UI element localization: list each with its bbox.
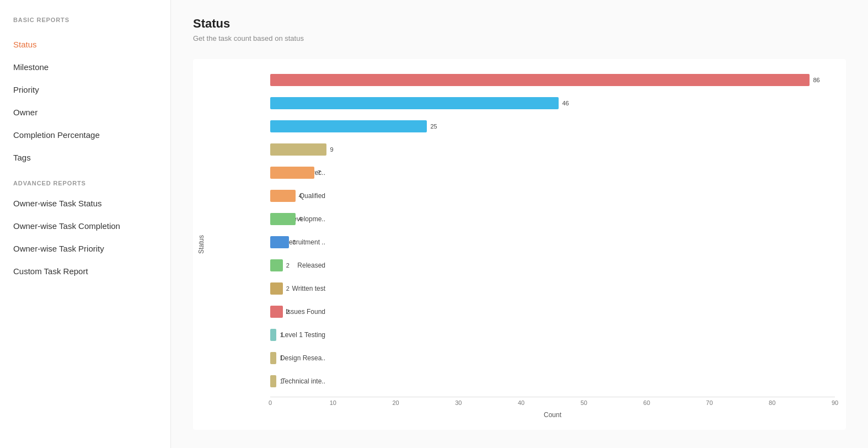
chart-inner: Status Closed86Open46New25In Progress9Ca… [193, 70, 835, 419]
bar-fill [270, 329, 276, 341]
bar-row: In Progress9 [270, 140, 835, 159]
bar-value: 4 [299, 193, 302, 199]
sidebar-item-custom-task-report[interactable]: Custom Task Report [0, 260, 170, 282]
sidebar-item-milestone[interactable]: Milestone [0, 56, 170, 78]
bar-row: Level 1 Testing1 [270, 325, 835, 345]
bar-fill [270, 190, 296, 202]
bar-fill [270, 282, 283, 295]
sidebar-item-tags[interactable]: Tags [0, 146, 170, 169]
x-tick: 30 [455, 399, 462, 406]
bar-fill [270, 259, 283, 271]
bar-value: 86 [813, 77, 819, 83]
x-axis-label: Count [210, 411, 835, 419]
bar-row: Open46 [270, 93, 835, 113]
bar-value: 7 [318, 169, 321, 176]
x-tick: 10 [330, 399, 336, 406]
bar-fill [270, 143, 326, 156]
x-tick: 40 [518, 399, 524, 406]
page-title: Status [193, 17, 846, 31]
bar-value: 1 [280, 378, 283, 385]
bar-value: 2 [286, 285, 290, 292]
bar-track: 7 [270, 163, 835, 183]
bar-row: Written test2 [270, 279, 835, 298]
bar-track: 4 [270, 209, 835, 229]
bar-track: 1 [270, 348, 835, 368]
bar-track: 1 [270, 371, 835, 391]
bar-fill [270, 120, 427, 132]
bar-row: Issues Found2 [270, 302, 835, 322]
bar-value: 3 [292, 239, 296, 246]
sidebar-item-priority[interactable]: Priority [0, 78, 170, 101]
bar-value: 2 [286, 262, 290, 269]
bar-track: 9 [270, 140, 835, 159]
bar-value: 2 [286, 308, 290, 315]
bar-row: In Developme..4 [270, 209, 835, 229]
x-axis-area: 0102030405060708090 [210, 397, 835, 408]
chart-body: Closed86Open46New25In Progress9Candidate… [210, 70, 835, 419]
bar-track: 4 [270, 186, 835, 206]
x-axis-ticks: 0102030405060708090 [270, 397, 835, 408]
bar-value: 1 [280, 355, 283, 361]
bar-track: 46 [270, 93, 835, 113]
bar-fill [270, 352, 276, 364]
bar-row: Closed86 [270, 70, 835, 90]
sidebar-item-owner-task-completion[interactable]: Owner-wise Task Completion [0, 215, 170, 237]
sidebar-item-completion-percentage[interactable]: Completion Percentage [0, 124, 170, 146]
page-subtitle: Get the task count based on status [193, 34, 846, 42]
sidebar-item-owner[interactable]: Owner [0, 101, 170, 124]
bar-track: 86 [270, 70, 835, 90]
bar-row: Qualified4 [270, 186, 835, 206]
bars-area: Closed86Open46New25In Progress9Candidate… [210, 70, 835, 394]
bar-row: Released2 [270, 255, 835, 275]
x-tick: 70 [706, 399, 712, 406]
bar-value: 1 [280, 332, 283, 338]
bar-row: Technical inte..1 [270, 371, 835, 391]
bar-row: New25 [270, 116, 835, 136]
bar-fill [270, 236, 289, 248]
x-tick: 0 [269, 399, 272, 406]
bar-track: 1 [270, 325, 835, 345]
bar-track: 2 [270, 279, 835, 298]
bar-value: 9 [330, 146, 333, 153]
x-tick: 80 [769, 399, 775, 406]
bar-track: 25 [270, 116, 835, 136]
bar-value: 46 [562, 100, 569, 106]
x-tick: 50 [581, 399, 587, 406]
x-tick: 60 [644, 399, 650, 406]
bar-fill [270, 167, 314, 179]
bar-track: 3 [270, 232, 835, 252]
bar-track: 2 [270, 302, 835, 322]
sidebar-item-owner-task-status[interactable]: Owner-wise Task Status [0, 192, 170, 215]
x-tick: 20 [392, 399, 399, 406]
bar-fill [270, 74, 810, 86]
bar-value: 25 [430, 123, 437, 130]
bar-fill [270, 306, 283, 318]
sidebar-item-owner-task-priority[interactable]: Owner-wise Task Priority [0, 237, 170, 260]
bar-fill [270, 97, 559, 109]
bar-track: 2 [270, 255, 835, 275]
basic-reports-label: BASIC REPORTS [0, 17, 170, 29]
chart-container: Status Closed86Open46New25In Progress9Ca… [193, 59, 846, 430]
bar-value: 4 [299, 216, 302, 222]
sidebar-item-status[interactable]: Status [0, 33, 170, 56]
advanced-reports-label: ADVANCED REPORTS [0, 180, 170, 192]
x-tick: 90 [832, 399, 838, 406]
main-content: Status Get the task count based on statu… [171, 0, 868, 448]
bar-row: Recruitment ..3 [270, 232, 835, 252]
basic-reports-section: BASIC REPORTS [0, 17, 170, 29]
y-axis-label: Status [193, 70, 210, 419]
bar-fill [270, 375, 276, 387]
bar-fill [270, 213, 296, 225]
bar-row: Candidate rec..7 [270, 163, 835, 183]
bar-row: Design Resea..1 [270, 348, 835, 368]
sidebar: BASIC REPORTS StatusMilestonePriorityOwn… [0, 0, 171, 448]
